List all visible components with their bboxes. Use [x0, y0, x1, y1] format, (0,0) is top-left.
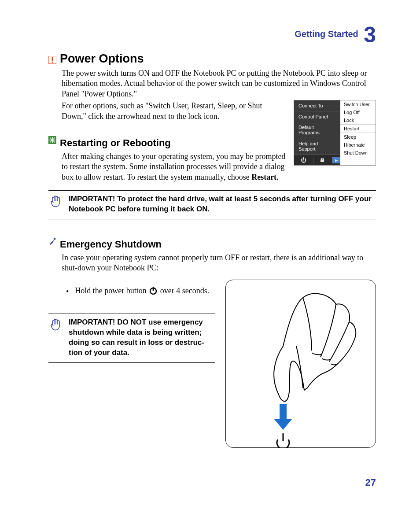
menu-item-restart: Restart	[340, 124, 376, 133]
important-1-text: IMPORTANT! To protect the hard drive, wa…	[69, 194, 376, 214]
hand-stop-icon	[49, 318, 63, 335]
power-alert-icon	[48, 56, 56, 64]
emergency-shutdown-heading: Emergency Shutdown	[60, 239, 162, 250]
menu-item-help-support: Help and Support	[294, 138, 340, 154]
arrow-icon: ▸	[332, 157, 340, 163]
bullet-prefix: Hold the power button	[75, 286, 148, 295]
svg-marker-11	[274, 419, 292, 430]
hand-stop-icon	[49, 195, 63, 212]
page-number: 27	[365, 477, 376, 488]
power-options-body-1: The power switch turns ON and OFF the No…	[62, 68, 376, 99]
svg-rect-10	[280, 404, 287, 419]
menu-item-log-off: Log Off	[340, 108, 376, 116]
bullet-suffix: over 4 seconds.	[160, 286, 209, 295]
hand-press-illustration	[225, 280, 376, 448]
svg-rect-2	[52, 62, 53, 63]
bullet-dot: •	[66, 288, 69, 295]
menu-item-connect-to: Connect To	[294, 100, 340, 111]
screwdriver-icon	[48, 237, 56, 245]
menu-item-sleep: Sleep	[340, 133, 376, 141]
menu-item-control-panel: Control Panel	[294, 111, 340, 122]
restarting-heading: Restarting or Rebooting	[60, 137, 171, 149]
power-icon: ⏻	[294, 157, 313, 163]
menu-item-hibernate: Hibernate	[340, 141, 376, 149]
start-menu-screenshot: Connect To Control Panel Default Program…	[294, 100, 376, 166]
hold-power-bullet: • Hold the power button over 4 seconds.	[66, 286, 215, 298]
restart-icon	[48, 136, 56, 144]
emergency-shutdown-body: In case your operating system cannot pro…	[62, 253, 376, 273]
power-options-heading: Power Options	[60, 52, 144, 66]
important-2-text: IMPORTANT! DO NOT use emergency shutdown…	[69, 318, 215, 358]
menu-item-shut-down: Shut Down	[340, 149, 376, 157]
restarting-body-suffix: .	[276, 173, 279, 181]
chapter-title: Getting Started	[295, 29, 358, 39]
menu-item-switch-user: Switch User	[340, 100, 376, 108]
running-header: Getting Started 3	[48, 22, 376, 48]
restarting-body-bold: Restart	[251, 173, 276, 181]
power-button-icon	[148, 286, 158, 298]
menu-item-lock: Lock	[340, 116, 376, 124]
menu-item-default-programs: Default Programs	[294, 122, 340, 138]
important-note-1: IMPORTANT! To protect the hard drive, wa…	[48, 190, 376, 219]
chapter-number: 3	[364, 22, 376, 47]
svg-rect-1	[52, 57, 53, 61]
lock-icon: 🔒︎	[313, 157, 333, 163]
important-note-2: IMPORTANT! DO NOT use emergency shutdown…	[48, 314, 215, 363]
